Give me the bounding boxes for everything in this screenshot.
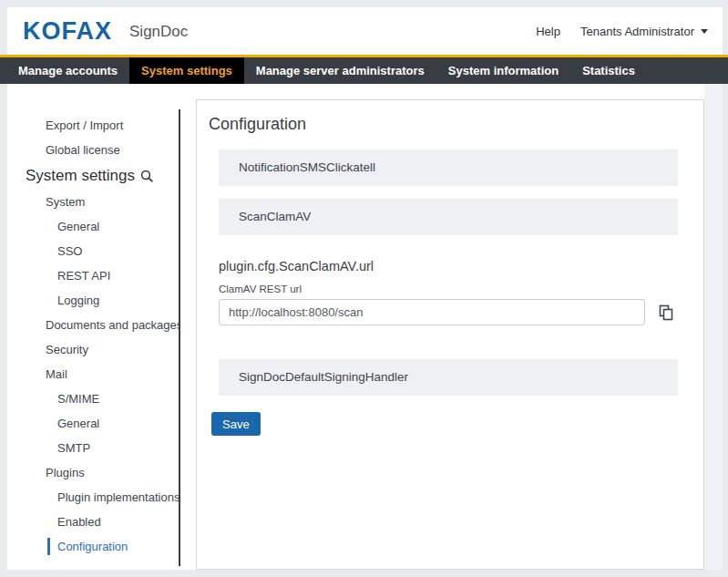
- sidebar-item-rest-api[interactable]: REST API: [7, 263, 179, 288]
- tab-manage-server-administrators[interactable]: Manage server administrators: [244, 57, 436, 84]
- plugin-panel-notification-sms-clickatell[interactable]: NotificationSMSClickatell: [219, 149, 678, 186]
- help-link[interactable]: Help: [536, 25, 560, 38]
- sidebar-title-text: System settings: [26, 162, 135, 190]
- sidebar-item-plugin-implementations[interactable]: Plugin implementations: [7, 485, 179, 510]
- signdoc-admin-app: KOFAX SignDoc Help Tenants Administrator…: [0, 0, 728, 577]
- user-menu-dropdown[interactable]: Tenants Administrator: [580, 25, 708, 38]
- sidebar-item-general[interactable]: General: [7, 214, 179, 239]
- clamav-rest-url-label: ClamAV REST url: [219, 283, 703, 295]
- clamav-url-input-row: [219, 299, 703, 325]
- scrollbar-track[interactable]: [704, 84, 723, 570]
- tab-system-settings[interactable]: System settings: [129, 57, 244, 84]
- user-menu-label: Tenants Administrator: [580, 25, 694, 38]
- sidebar-item-mail-general[interactable]: General: [7, 411, 179, 436]
- tab-statistics[interactable]: Statistics: [570, 57, 647, 84]
- sidebar-item-system[interactable]: System: [7, 190, 179, 214]
- sidebar-item-sso[interactable]: SSO: [7, 239, 179, 263]
- sidebar-item-configuration[interactable]: Configuration: [7, 534, 179, 559]
- chevron-down-icon: [701, 29, 708, 34]
- sidebar-item-smime[interactable]: S/MIME: [7, 386, 179, 411]
- sidebar-item-export-import[interactable]: Export / Import: [7, 113, 179, 138]
- sidebar-section-title: System settings: [7, 162, 179, 190]
- main-panel: Configuration NotificationSMSClickatell …: [180, 84, 723, 570]
- product-name: SignDoc: [129, 21, 188, 41]
- save-button[interactable]: Save: [211, 412, 261, 436]
- search-icon[interactable]: [140, 170, 154, 183]
- page-title: Configuration: [209, 114, 703, 134]
- clamav-rest-url-input[interactable]: [219, 299, 645, 325]
- settings-sidebar: Export / Import Global license System se…: [7, 84, 179, 570]
- tab-manage-accounts[interactable]: Manage accounts: [6, 57, 129, 84]
- sidebar-item-documents-and-packages[interactable]: Documents and packages: [7, 313, 179, 337]
- sidebar-item-logging[interactable]: Logging: [7, 288, 179, 313]
- sidebar-item-plugins[interactable]: Plugins: [7, 460, 179, 485]
- sidebar-item-global-license[interactable]: Global license: [7, 138, 179, 162]
- plugin-panel-signdoc-default-signing-handler[interactable]: SignDocDefaultSigningHandler: [219, 359, 678, 396]
- sidebar-item-enabled[interactable]: Enabled: [7, 510, 179, 534]
- field-key-label: plugin.cfg.ScanClamAV.url: [219, 258, 703, 274]
- copy-icon[interactable]: [657, 303, 675, 323]
- content-region: Export / Import Global license System se…: [7, 84, 723, 570]
- sidebar-item-mail[interactable]: Mail: [7, 362, 179, 386]
- app-header: KOFAX SignDoc Help Tenants Administrator: [7, 7, 723, 55]
- kofax-logo: KOFAX: [23, 7, 112, 55]
- top-nav: Manage accounts System settings Manage s…: [0, 55, 728, 84]
- configuration-card: Configuration NotificationSMSClickatell …: [196, 99, 704, 570]
- sidebar-item-security[interactable]: Security: [7, 337, 179, 362]
- tab-system-information[interactable]: System information: [436, 57, 570, 84]
- scan-clamav-field-group: plugin.cfg.ScanClamAV.url ClamAV REST ur…: [219, 258, 703, 325]
- header-right: Help Tenants Administrator: [536, 25, 723, 38]
- sidebar-item-smtp[interactable]: SMTP: [7, 436, 179, 460]
- plugin-panel-scan-clamav[interactable]: ScanClamAV: [219, 199, 678, 235]
